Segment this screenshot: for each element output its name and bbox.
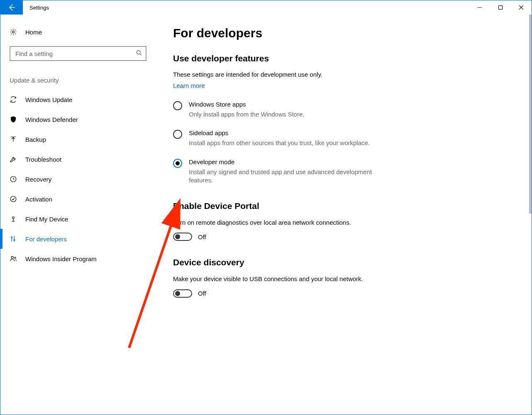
radio-desc: Install any signed and trusted app and u…: [189, 168, 389, 185]
sidebar-item-insider[interactable]: Windows Insider Program: [0, 249, 153, 269]
sidebar-item-label: Windows Defender: [25, 116, 78, 123]
window-controls: [469, 0, 532, 15]
svg-point-8: [11, 256, 13, 258]
svg-point-6: [11, 237, 12, 238]
radio-title: Developer mode: [189, 158, 389, 165]
sidebar-item-backup[interactable]: Backup: [0, 129, 153, 149]
titlebar: Settings: [0, 0, 532, 15]
shield-icon: [10, 116, 17, 123]
check-circle-icon: [10, 195, 17, 203]
section-use-dev-desc: These settings are intended for developm…: [173, 71, 405, 78]
radio-desc: Only install apps from the Windows Store…: [189, 110, 304, 119]
sidebar-category: Update & security: [0, 71, 153, 90]
radio-developer-mode[interactable]: Developer mode Install any signed and tr…: [173, 158, 389, 185]
upload-icon: [10, 136, 17, 143]
svg-rect-0: [499, 6, 503, 10]
maximize-button[interactable]: [490, 0, 511, 15]
minimize-icon: [477, 5, 482, 10]
device-discovery-toggle[interactable]: [173, 289, 192, 298]
sidebar-item-label: Windows Update: [25, 96, 72, 103]
section-portal-title: Enable Device Portal: [173, 201, 518, 211]
radio-sideload-apps[interactable]: Sideload apps Install apps from other so…: [173, 129, 389, 147]
radio-title: Windows Store apps: [189, 101, 304, 108]
home-nav[interactable]: Home: [0, 22, 153, 42]
sidebar-item-label: Troubleshoot: [25, 156, 61, 163]
people-icon: [10, 255, 17, 262]
minimize-button[interactable]: [469, 0, 490, 15]
close-icon: [519, 5, 524, 10]
sidebar-item-recovery[interactable]: Recovery: [0, 169, 153, 189]
home-label: Home: [25, 29, 42, 36]
sidebar-item-activation[interactable]: Activation: [0, 189, 153, 209]
device-portal-toggle[interactable]: [173, 233, 192, 241]
location-icon: [10, 215, 17, 223]
sidebar-item-windows-update[interactable]: Windows Update: [0, 90, 153, 109]
svg-point-4: [10, 196, 16, 202]
maximize-icon: [498, 5, 503, 10]
svg-point-9: [15, 257, 16, 258]
section-discovery-title: Device discovery: [173, 257, 518, 267]
svg-point-1: [12, 31, 15, 33]
sliders-icon: [10, 235, 17, 243]
history-icon: [10, 175, 17, 183]
svg-point-5: [12, 217, 15, 219]
svg-point-2: [137, 51, 140, 54]
sidebar-item-label: Find My Device: [25, 216, 68, 223]
radio-indicator: [173, 130, 182, 139]
search-wrap: [10, 46, 146, 61]
search-input[interactable]: [10, 46, 146, 61]
main-panel: For developers Use developer features Th…: [153, 15, 532, 415]
back-button[interactable]: [0, 0, 23, 15]
radio-indicator: [173, 159, 182, 168]
sidebar-item-label: Activation: [25, 196, 52, 203]
device-portal-toggle-label: Off: [198, 233, 206, 240]
sidebar-item-windows-defender[interactable]: Windows Defender: [0, 109, 153, 129]
radio-desc: Install apps from other sources that you…: [189, 139, 370, 147]
sidebar: Home Update & security Windows Update Wi…: [0, 15, 153, 415]
section-portal-desc: Turn on remote diagnostics over local ar…: [173, 218, 405, 227]
sidebar-item-label: For developers: [25, 235, 67, 243]
scrollbar[interactable]: [529, 15, 532, 214]
close-button[interactable]: [511, 0, 532, 15]
radio-indicator: [173, 101, 182, 110]
sidebar-item-for-developers[interactable]: For developers: [0, 229, 153, 249]
page-title: For developers: [173, 26, 518, 40]
radio-title: Sideload apps: [189, 129, 370, 136]
sidebar-item-label: Windows Insider Program: [25, 255, 97, 262]
arrow-left-icon: [7, 3, 16, 12]
learn-more-link[interactable]: Learn more: [173, 82, 205, 89]
gear-icon: [10, 28, 17, 36]
svg-point-7: [14, 239, 15, 240]
sidebar-item-find-my-device[interactable]: Find My Device: [0, 209, 153, 229]
section-use-dev-title: Use developer features: [173, 53, 518, 63]
sync-icon: [10, 96, 17, 103]
sidebar-item-label: Backup: [25, 136, 46, 143]
window-title: Settings: [23, 0, 49, 15]
sidebar-item-troubleshoot[interactable]: Troubleshoot: [0, 149, 153, 169]
radio-windows-store-apps[interactable]: Windows Store apps Only install apps fro…: [173, 101, 389, 119]
search-icon: [136, 50, 142, 58]
section-discovery-desc: Make your device visible to USB connecti…: [173, 275, 405, 283]
wrench-icon: [10, 155, 17, 163]
device-discovery-toggle-label: Off: [198, 290, 206, 297]
sidebar-item-label: Recovery: [25, 176, 51, 183]
